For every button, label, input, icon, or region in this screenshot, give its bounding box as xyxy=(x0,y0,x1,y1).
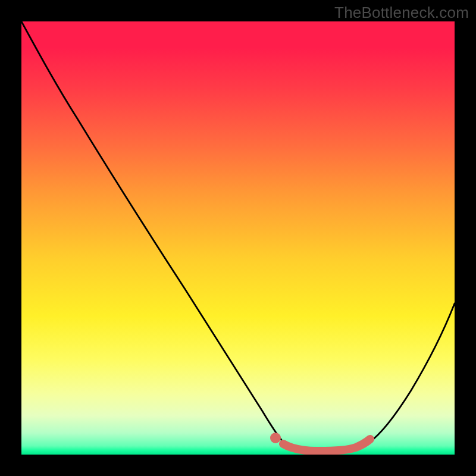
chart-frame: TheBottleneck.com xyxy=(0,0,476,476)
watermark-text: TheBottleneck.com xyxy=(334,4,469,22)
optimal-point-marker xyxy=(270,433,281,443)
curve-svg xyxy=(21,21,455,455)
bottleneck-curve xyxy=(21,21,455,452)
plot-area xyxy=(21,21,455,455)
optimal-range-highlight xyxy=(283,439,370,451)
